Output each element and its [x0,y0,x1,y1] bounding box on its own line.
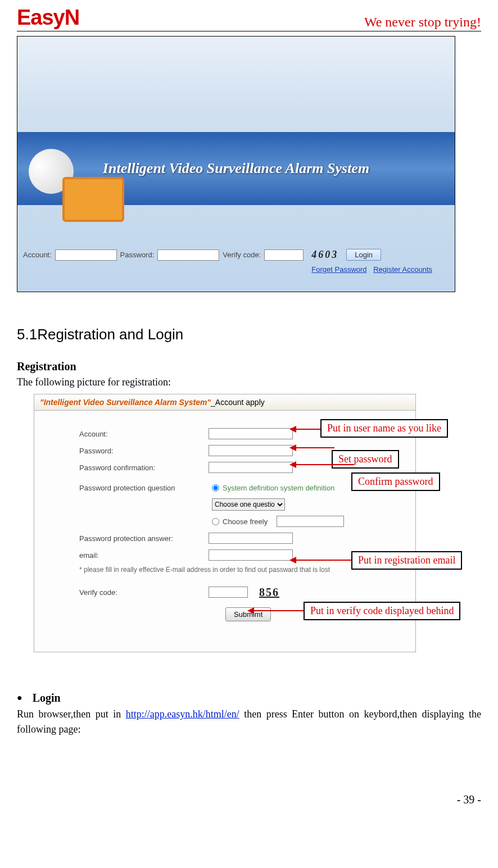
password-input[interactable] [157,249,219,261]
reg-verify-label: Verify code: [79,588,209,597]
logo: EasyN [17,6,79,30]
reg-ppq-label: Password protection question [79,484,209,492]
reg-account-label: Account: [79,430,209,438]
callout-verify: Put in verify code displayed behind [304,602,460,620]
page-number: - 39 - [17,793,481,806]
reg-verify-input[interactable] [209,587,248,598]
verify-input[interactable] [264,249,304,261]
ppq-select[interactable]: Choose one questio [212,498,285,511]
login-paragraph: Run browser,then put in http://app.easyn… [17,707,481,737]
password-label: Password: [120,251,155,259]
reg-account-input[interactable] [209,428,293,439]
login-button[interactable]: Login [346,249,381,261]
monitor-icon [62,177,124,222]
reg-password-input[interactable] [209,445,293,456]
ppq-free-input[interactable] [277,516,344,527]
ppq-system-label: System definition system definition [223,484,334,492]
banner-text: Intelligent Video Surveillance Alarm Sys… [103,160,369,177]
arrow-username [295,429,320,430]
ppq-free-label: Choose freely [223,517,268,526]
callout-username: Put in user name as you like [320,419,448,438]
login-row: Account: Password: Verify code: 4603 Log… [23,249,449,261]
bullet-icon: ● [17,693,22,702]
registration-screenshot-wrap: "Intelligent Video Surveillance Alarm Sy… [34,394,495,675]
reg-email-input[interactable] [209,549,293,561]
registration-form: Account: Password: Password confirmation… [79,425,344,621]
login-heading: Login [33,692,61,704]
captcha-image: 4603 [311,249,338,261]
ppq-system-radio[interactable] [212,484,219,492]
login-text-before: Run browser,then put in [17,708,126,720]
registration-heading: Registration [17,360,481,373]
reg-password-confirm-input[interactable] [209,462,293,473]
reg-password-label: Password: [79,447,209,455]
arrow-email [295,560,351,561]
registration-intro: The following picture for registration: [17,376,481,388]
login-subsection: ●Login Run browser,then put in http://ap… [17,692,481,737]
login-links: Forget Password Register Accounts [307,265,432,274]
login-url-link[interactable]: http://app.easyn.hk/html/en/ [126,708,239,720]
section-title: 5.1Registration and Login [17,326,481,343]
reg-ppa-input[interactable] [209,533,293,544]
arrow-confirm-password [295,464,354,465]
titlebar-prefix: "Intelligent Video Surveillance Alarm Sy… [40,398,211,407]
callout-confirm-password: Confirm password [351,472,440,491]
reg-ppa-label: Password protection answer: [79,534,209,543]
arrow-set-password [295,447,334,448]
ppq-free-radio[interactable] [212,518,219,525]
callout-set-password: Set password [332,450,399,469]
forget-password-link[interactable]: Forget Password [311,265,366,274]
reg-password-confirm-label: Password confirmation: [79,463,209,472]
titlebar-suffix: _Account apply [211,398,265,407]
tagline: We never stop trying! [364,15,481,30]
arrow-verify [253,610,304,611]
reg-email-label: email: [79,551,209,560]
reg-email-hint: * please fill in really effective E-mail… [79,566,344,574]
verify-label: Verify code: [223,251,261,259]
registration-titlebar: "Intelligent Video Surveillance Alarm Sy… [34,394,415,411]
login-page-screenshot: Intelligent Video Surveillance Alarm Sys… [17,36,455,292]
reg-captcha-image: 856 [259,586,279,599]
account-label: Account: [23,251,52,259]
illustration [23,143,135,233]
page-header: EasyN We never stop trying! [17,6,481,31]
register-accounts-link[interactable]: Register Accounts [373,265,432,274]
account-input[interactable] [55,249,117,261]
callout-email: Put in registration email [351,551,462,570]
